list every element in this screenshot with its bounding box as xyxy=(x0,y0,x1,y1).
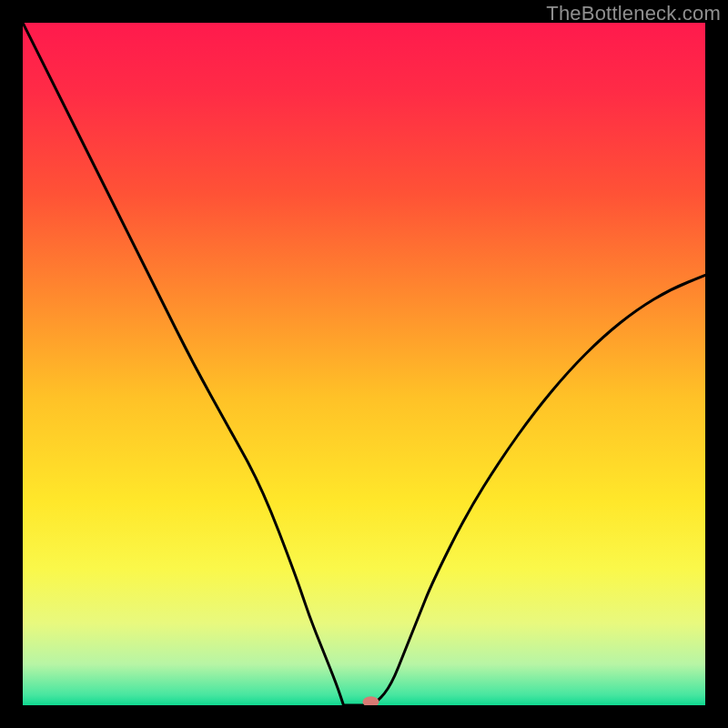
chart-frame: TheBottleneck.com xyxy=(0,0,728,728)
bottleneck-chart xyxy=(23,23,705,705)
watermark-text: TheBottleneck.com xyxy=(546,2,721,25)
gradient-rect xyxy=(23,23,705,705)
